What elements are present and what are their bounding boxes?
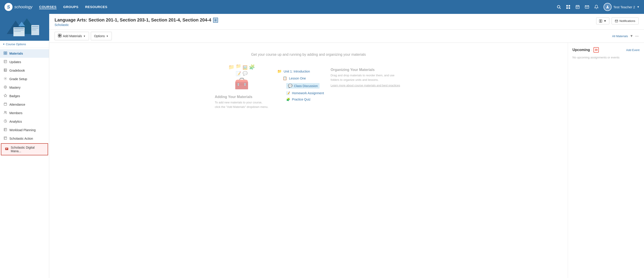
filter-icon[interactable]: ▼ — [630, 34, 633, 38]
more-options-icon[interactable]: — — [635, 34, 639, 38]
materials-label: Materials — [10, 52, 23, 55]
course-options-toggle[interactable]: ▼ Course Options — [0, 41, 49, 48]
sidebar-item-gradebook[interactable]: Gradebook — [0, 66, 49, 75]
svg-rect-70 — [60, 36, 61, 37]
upcoming-calendar-icon[interactable]: 30 — [594, 47, 599, 53]
user-menu[interactable]: Test Teacher 2 ▼ — [604, 3, 640, 11]
svg-rect-67 — [58, 34, 60, 35]
svg-rect-21 — [14, 28, 24, 29]
svg-rect-3 — [568, 5, 570, 7]
svg-point-49 — [4, 111, 5, 112]
sidebar-item-members[interactable]: Members — [0, 109, 49, 117]
svg-point-41 — [5, 78, 6, 79]
workload-icon — [4, 128, 7, 132]
apps-grid-icon[interactable] — [566, 5, 570, 9]
logo-text: schoology — [14, 5, 32, 10]
badges-label: Badges — [10, 94, 20, 98]
nav-link-resources[interactable]: RESOURCES — [85, 5, 108, 9]
attendance-label: Attendance — [10, 103, 25, 106]
svg-rect-30 — [6, 52, 7, 53]
mastery-label: Mastery — [10, 86, 20, 89]
svg-rect-27 — [32, 28, 38, 29]
gradebook-icon — [4, 68, 7, 73]
svg-rect-31 — [4, 53, 5, 54]
toolbar: Add Materials ▼ Options ▼ All Materials … — [49, 30, 644, 43]
course-subtitle[interactable]: Scholastic — [54, 23, 218, 27]
nav-icon-area: Test Teacher 2 ▼ — [556, 3, 640, 11]
sample-item-homework: 📝 Homework Assignment — [277, 90, 324, 96]
add-event-link[interactable]: Add Event — [626, 48, 640, 52]
scholastic-action-label: Scholastic Action — [10, 137, 33, 140]
svg-rect-65 — [601, 20, 602, 22]
svg-point-42 — [4, 86, 7, 88]
svg-rect-23 — [14, 31, 21, 32]
empty-state-title: Get your course up and running by adding… — [251, 53, 366, 57]
sample-item-discussion: 💬 Class Discussion — [277, 82, 324, 90]
svg-line-1 — [560, 8, 561, 9]
svg-rect-56 — [4, 137, 7, 139]
sidebar-item-workload-planning[interactable]: Workload Planning — [0, 126, 49, 134]
svg-rect-29 — [4, 52, 5, 53]
sidebar-item-analytics[interactable]: Analytics — [0, 117, 49, 126]
sample-item-lesson: 📋 Lesson One — [277, 75, 324, 82]
all-materials-link[interactable]: All Materials — [612, 35, 628, 38]
organizing-section: Organizing Your Materials Drag and drop … — [331, 68, 402, 87]
grade-setup-label: Grade Setup — [10, 77, 27, 81]
nav-link-courses[interactable]: COURSES — [39, 5, 56, 9]
svg-rect-22 — [14, 30, 24, 31]
sample-items-list: 📁 Unit 1: Introduction 📋 Lesson One � — [277, 68, 324, 103]
svg-marker-44 — [4, 94, 7, 97]
course-title-section: Language Arts: Section 201-1, Section 20… — [54, 18, 218, 27]
sidebar-item-scholastic-action[interactable]: Scholastic Action — [0, 134, 49, 143]
view-toggle-button[interactable]: ▼ — [596, 18, 609, 25]
svg-point-43 — [5, 86, 6, 88]
members-label: Members — [10, 111, 22, 115]
notifications-button[interactable]: Notifications — [612, 18, 639, 25]
search-icon[interactable] — [556, 5, 561, 9]
svg-rect-52 — [4, 128, 7, 131]
add-materials-label: Add Materials — [63, 34, 82, 38]
notifications-label: Notifications — [620, 19, 635, 23]
svg-rect-61 — [216, 19, 217, 20]
svg-rect-69 — [58, 36, 60, 37]
course-options-arrow: ▼ — [3, 43, 5, 46]
bell-icon[interactable] — [594, 5, 598, 9]
analytics-icon — [4, 119, 7, 124]
organizing-title: Organizing Your Materials — [331, 68, 402, 72]
svg-rect-64 — [599, 20, 600, 22]
learn-more-link[interactable]: Learn more about course materials and be… — [331, 84, 402, 87]
course-title: Language Arts: Section 201-1, Section 20… — [54, 18, 218, 23]
scholastic-digital-label: Scholastic Digital Mana... — [11, 146, 44, 153]
sidebar-item-updates[interactable]: Updates — [0, 58, 49, 66]
logo[interactable]: S schoology — [4, 3, 32, 11]
adding-title: Adding Your Materials — [215, 95, 268, 99]
svg-point-16 — [607, 6, 608, 7]
options-caret: ▼ — [106, 35, 108, 37]
sidebar-item-mastery[interactable]: Mastery — [0, 83, 49, 92]
scholastic-digital-icon — [5, 147, 8, 152]
badges-icon — [4, 94, 7, 98]
add-materials-button[interactable]: Add Materials ▼ — [54, 32, 89, 40]
options-button[interactable]: Options ▼ — [91, 32, 112, 40]
members-icon — [4, 111, 7, 115]
sidebar-item-grade-setup[interactable]: Grade Setup — [0, 75, 49, 83]
mail-icon[interactable] — [585, 5, 589, 9]
svg-rect-32 — [6, 53, 7, 54]
updates-icon — [4, 60, 7, 64]
svg-rect-4 — [566, 8, 568, 9]
sidebar-item-badges[interactable]: Badges — [0, 92, 49, 100]
workload-label: Workload Planning — [10, 128, 36, 132]
calendar-nav-icon[interactable] — [575, 5, 580, 9]
course-title-text: Language Arts: Section 201-1, Section 20… — [54, 18, 211, 23]
course-sections-icon[interactable] — [213, 18, 218, 23]
scholastic-action-icon — [4, 136, 7, 141]
course-options-label: Course Options — [6, 43, 26, 46]
materials-icon — [4, 51, 7, 56]
sidebar-item-materials[interactable]: Materials — [0, 49, 49, 58]
user-name-label: Test Teacher 2 — [613, 5, 635, 9]
nav-link-groups[interactable]: GROUPS — [63, 5, 78, 9]
toolbox-illustration: 📁 📁 🖼️ 🧩 📝 💬 🧰 — [228, 63, 255, 90]
sidebar-item-attendance[interactable]: Attendance — [0, 100, 49, 109]
toolbar-right: All Materials ▼ — — [612, 34, 639, 38]
sidebar-item-scholastic-digital[interactable]: Scholastic Digital Mana... — [1, 143, 48, 155]
